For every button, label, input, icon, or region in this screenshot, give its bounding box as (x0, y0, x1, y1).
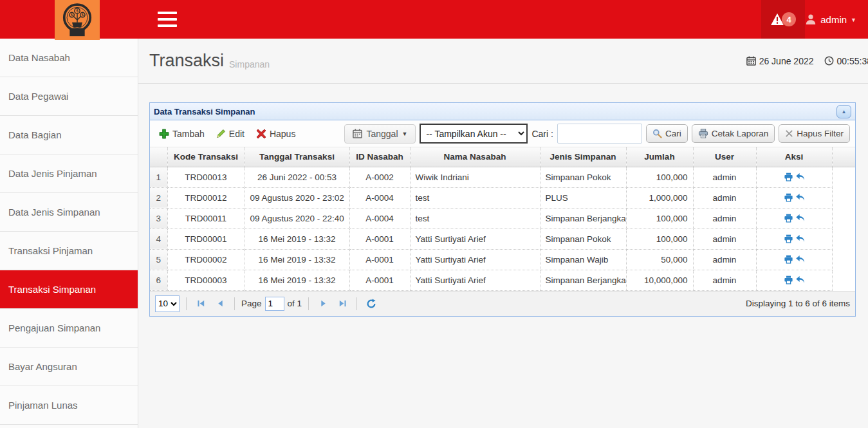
undo-icon[interactable] (795, 255, 805, 264)
column-header[interactable]: Nama Nasabah (410, 147, 540, 167)
table-row[interactable]: 1TRD0001326 Juni 2022 - 00:53A-0002Wiwik… (150, 167, 855, 187)
tambah-label: Tambah (172, 129, 205, 139)
id-nasabah-cell: A-0001 (349, 270, 410, 290)
refresh-button[interactable] (364, 296, 379, 312)
column-header[interactable]: Aksi (756, 147, 832, 167)
print-icon[interactable] (784, 214, 793, 223)
next-page-button[interactable] (315, 296, 331, 312)
column-header[interactable]: Kode Transaksi (167, 147, 245, 167)
x-icon (785, 129, 793, 138)
user-cell: admin (693, 167, 756, 187)
sidebar-item-pinjaman-lunas[interactable]: Pinjaman Lunas (0, 386, 138, 425)
undo-icon[interactable] (795, 172, 805, 181)
sidebar-item-label: Pinjaman Lunas (8, 400, 78, 411)
filler-cell (832, 187, 855, 208)
cetak-laporan-button[interactable]: Cetak Laporan (692, 124, 775, 143)
search-input[interactable] (557, 124, 642, 144)
app-logo[interactable]: $ $ $ (55, 0, 100, 40)
panel-collapse-button[interactable]: ▲ (836, 105, 851, 118)
column-header[interactable]: Jumlah (626, 147, 693, 167)
undo-icon[interactable] (795, 275, 805, 284)
clock-icon (824, 56, 834, 66)
calendar-icon (746, 56, 756, 66)
prev-page-icon (216, 299, 225, 308)
sidebar-item-pengajuan-simpanan[interactable]: Pengajuan Simpanan (0, 309, 138, 348)
hamburger-icon (158, 12, 177, 14)
hapus-filter-button[interactable]: Hapus Filter (779, 124, 850, 143)
page-size-select[interactable]: 10 (155, 295, 180, 312)
data-panel: Data Transaksi Simpanan ▲ Tambah Edit (149, 102, 856, 317)
page-title: Transaksi (149, 51, 224, 71)
hamburger-icon (158, 18, 177, 21)
page-number-input[interactable] (265, 297, 284, 311)
column-header[interactable]: Tanggal Transaksi (245, 147, 349, 167)
user-name: admin (820, 14, 847, 25)
pagination-status: Displaying 1 to 6 of 6 items (746, 299, 850, 308)
jumlah-cell: 100,000 (626, 208, 693, 228)
undo-icon[interactable] (795, 234, 805, 243)
page-label: Page (241, 299, 262, 308)
sidebar-item-data-jenis-pinjaman[interactable]: Data Jenis Pinjaman (0, 154, 138, 193)
nama-nasabah-cell: Yatti Surtiyati Arief (410, 228, 540, 249)
tanggal-transaksi-cell: 16 Mei 2019 - 13:32 (245, 228, 349, 249)
table-row[interactable]: 2TRD0001209 Agustus 2020 - 23:02A-0004te… (150, 187, 855, 208)
print-icon[interactable] (784, 193, 793, 202)
filler-cell (832, 249, 855, 270)
undo-icon[interactable] (795, 193, 805, 202)
table-row[interactable]: 5TRD0000216 Mei 2019 - 13:32A-0001Yatti … (150, 249, 855, 270)
account-filter-select[interactable]: -- Tampilkan Akun -- (420, 124, 528, 144)
user-menu-button[interactable]: admin ▼ (800, 0, 868, 39)
jenis-simpanan-cell: Simpanan Berjangka (540, 208, 626, 228)
last-page-button[interactable] (335, 296, 350, 312)
column-header[interactable]: Jenis Simpanan (540, 147, 626, 167)
menu-toggle-button[interactable] (158, 12, 177, 27)
print-icon[interactable] (784, 172, 793, 181)
prev-page-button[interactable] (212, 296, 228, 312)
table-row[interactable]: 4TRD0000116 Mei 2019 - 13:32A-0001Yatti … (150, 228, 855, 249)
column-header[interactable]: ID Nasabah (349, 147, 410, 167)
print-icon[interactable] (784, 255, 793, 264)
aksi-cell (756, 228, 832, 249)
calendar-icon (353, 129, 362, 138)
sidebar-item-bayar-angsuran[interactable]: Bayar Angsuran (0, 348, 138, 386)
jenis-simpanan-cell: Simpanan Berjangka (540, 270, 626, 290)
sidebar-item-data-nasabah[interactable]: Data Nasabah (0, 39, 138, 77)
sidebar-item-data-bagian[interactable]: Data Bagian (0, 116, 138, 154)
table-row[interactable]: 3TRD0001109 Agustus 2020 - 22:40A-0004te… (150, 208, 855, 228)
table-row[interactable]: 6TRD0000316 Mei 2019 - 13:32A-0001Yatti … (150, 270, 855, 290)
sidebar-item-data-pegawai[interactable]: Data Pegawai (0, 77, 138, 116)
row-number-cell: 6 (150, 270, 167, 290)
tanggal-transaksi-cell: 09 Agustus 2020 - 23:02 (245, 187, 349, 208)
notifications-button[interactable]: 4 (761, 0, 805, 39)
sidebar-item-label: Data Bagian (8, 129, 62, 140)
sidebar-item-data-jenis-simpanan[interactable]: Data Jenis Simpanan (0, 193, 138, 232)
jenis-simpanan-cell: Simpanan Wajib (540, 249, 626, 270)
row-number-cell: 5 (150, 249, 167, 270)
filler-cell (832, 228, 855, 249)
column-header[interactable] (150, 147, 167, 167)
tanggal-dropdown-button[interactable]: Tanggal ▼ (344, 124, 416, 144)
separator (186, 297, 187, 310)
current-time: 00:55:38 (837, 56, 868, 66)
separator (234, 297, 235, 310)
undo-icon[interactable] (795, 214, 805, 223)
main-content: Transaksi Simpanan 26 June 2022 (138, 39, 868, 428)
edit-button[interactable]: Edit (212, 126, 248, 142)
svg-text:$: $ (76, 8, 79, 14)
sidebar-item-label: Pengajuan Simpanan (8, 322, 100, 333)
print-icon[interactable] (784, 275, 793, 284)
print-icon[interactable] (784, 234, 793, 243)
aksi-cell (756, 167, 832, 187)
column-header[interactable]: User (693, 147, 756, 167)
sidebar-item-label: Data Pegawai (8, 91, 68, 102)
sidebar-item-transaksi-pinjaman[interactable]: Transaksi Pinjaman (0, 232, 138, 270)
hapus-button[interactable]: Hapus (252, 126, 299, 142)
kode-transaksi-cell: TRD00001 (167, 228, 245, 249)
tambah-button[interactable]: Tambah (155, 126, 208, 142)
delete-icon (256, 129, 266, 139)
aksi-cell (756, 249, 832, 270)
cari-button[interactable]: Cari (646, 124, 688, 143)
sidebar-item-transaksi-simpanan[interactable]: Transaksi Simpanan (0, 270, 138, 309)
application-window: 4 admin ▼ $ $ (0, 0, 868, 428)
first-page-button[interactable] (193, 296, 208, 312)
